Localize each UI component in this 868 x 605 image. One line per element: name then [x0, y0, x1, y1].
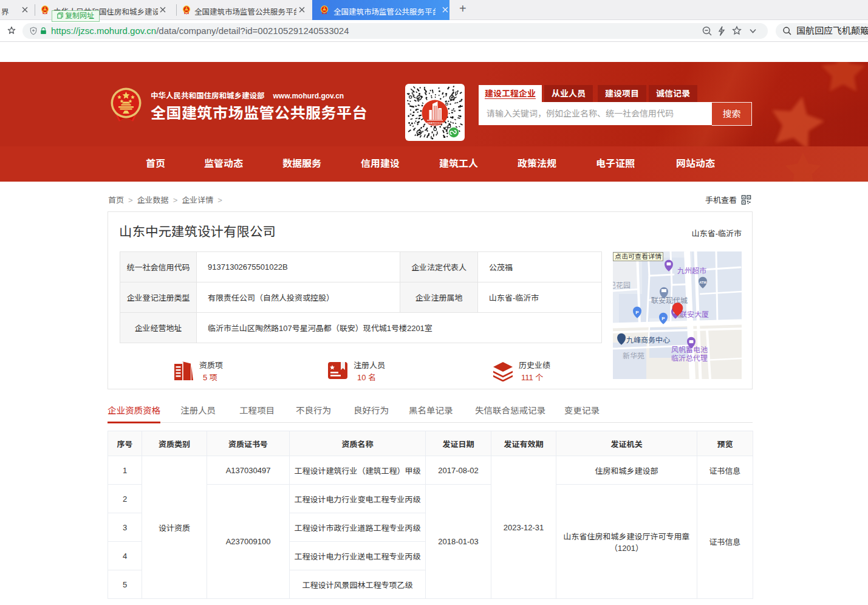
svg-text:P: P: [661, 316, 665, 321]
svg-text:联安大厦: 联安大厦: [680, 309, 709, 319]
svg-text:P: P: [635, 310, 639, 315]
svg-text:新华苑: 新华苑: [623, 350, 644, 360]
svg-text:九峰商务中心: 九峰商务中心: [626, 334, 670, 344]
svg-text:九州超市: 九州超市: [677, 265, 706, 275]
svg-text:公共服务平台: 公共服务平台: [430, 124, 440, 126]
svg-text:ATM: ATM: [699, 281, 706, 284]
svg-text:联安现代城: 联安现代城: [651, 295, 688, 305]
svg-text:记花园: 记花园: [613, 279, 630, 290]
svg-text:临沂总代理: 临沂总代理: [671, 352, 708, 363]
